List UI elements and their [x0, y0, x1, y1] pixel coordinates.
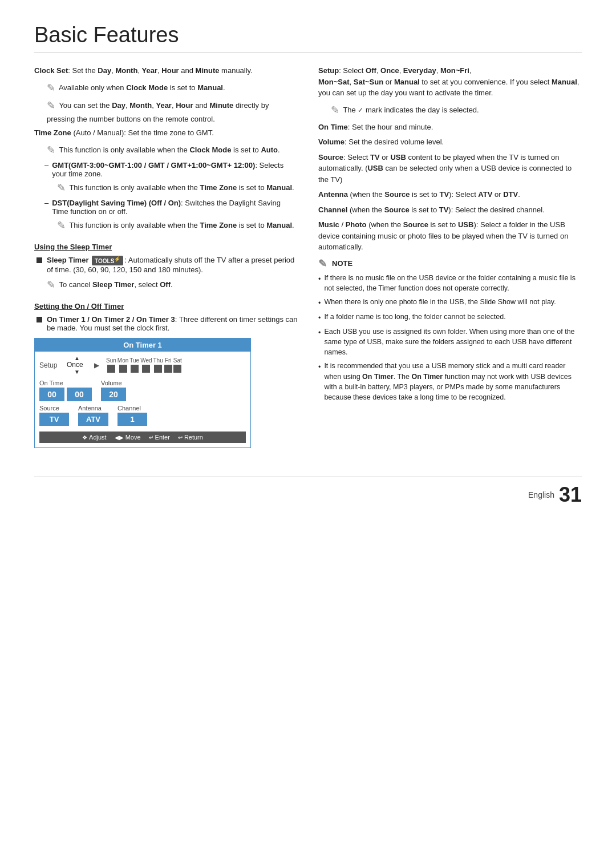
day-grid: Sun Mon Tue [106, 357, 182, 373]
enter-icon: ↵ [149, 434, 153, 441]
bullet-icon-4: • [318, 328, 321, 357]
day-check-sun [107, 365, 115, 373]
note-pencil-icon-3: ✎ [47, 143, 55, 158]
nav-return-label: Return [184, 434, 203, 441]
adjust-icon: ❖ [82, 434, 87, 441]
note-pencil-icon: ✎ [47, 80, 55, 96]
nav-adjust: ❖ Adjust [82, 434, 107, 441]
move-icon: ◀▶ [115, 434, 124, 441]
timer-nav-bar: ❖ Adjust ◀▶ Move ↵ Enter ↩ Return [39, 432, 246, 443]
timer-ontime-label: On Time [39, 380, 92, 386]
day-check-fri [164, 365, 172, 373]
day-fri: Fri [164, 357, 172, 373]
timer-source-label: Source [39, 405, 69, 412]
setup-para: Setup: Select Off, Once, Everyday, Mon~F… [318, 65, 582, 99]
timer-source-row: Source TV Antenna ATV Channel 1 [39, 405, 246, 426]
left-column: Clock Set: Set the Day, Month, Year, Hou… [34, 65, 298, 454]
timer-antenna-label: Antenna [78, 405, 108, 412]
note-item-3: • If a folder name is too long, the fold… [318, 312, 582, 323]
tools-badge: TOOLS⚡ [92, 256, 123, 265]
timer-volume-group: Volume 20 [101, 380, 126, 401]
nav-return: ↩ Return [178, 434, 203, 441]
note-item-5: • It is recommended that you use a USB m… [318, 361, 582, 402]
gmt-dash-block: – GMT(GMT-3:00~GMT-1:00 / GMT / GMT+1:00… [34, 161, 298, 233]
timer-antenna-group: Antenna ATV [78, 405, 108, 426]
antenna-para: Antenna (when the Source is set to TV): … [318, 189, 582, 200]
timer-hour-val[interactable]: 00 [39, 388, 64, 401]
gmt-dash-item: – GMT(GMT-3:00~GMT-1:00 / GMT / GMT+1:00… [44, 161, 298, 178]
day-sat: Sat [173, 357, 182, 373]
bullet-icon-5: • [318, 362, 321, 402]
timer-channel-label: Channel [117, 405, 147, 412]
timer-ontime-values: 00 00 [39, 388, 92, 401]
timer-channel-val[interactable]: 1 [117, 413, 147, 426]
bullet-icon-1: • [318, 274, 321, 293]
right-arrow-icon: ▶ [94, 361, 99, 369]
clock-set-notes: ✎ Available only when Clock Mode is set … [34, 80, 298, 125]
day-sun: Sun [106, 357, 116, 373]
timer-vol-val[interactable]: 20 [101, 388, 126, 401]
day-wed: Wed [140, 357, 152, 373]
timer-min-val[interactable]: 00 [67, 388, 92, 401]
checkmark-icon: ✓ [358, 106, 363, 114]
volume-para: Volume: Set the desired volume level. [318, 136, 582, 148]
clock-set-label: Clock Set [34, 66, 68, 75]
timer-setup-col: ▲ Once ▼ ▶ Sun Mon [67, 355, 182, 375]
nav-enter-label: Enter [155, 434, 170, 441]
note-heading-label: NOTE [332, 259, 352, 268]
timer-antenna-val[interactable]: ATV [78, 413, 108, 426]
timer-source-group: Source TV [39, 405, 69, 426]
footer-page-number: 31 [559, 483, 582, 507]
once-label: Once [67, 361, 87, 369]
nav-move: ◀▶ Move [115, 434, 141, 441]
down-arrow-icon[interactable]: ▼ [74, 369, 80, 375]
day-check-sat [173, 365, 181, 373]
timer-source-val[interactable]: TV [39, 413, 69, 426]
square-bullet-icon-2 [37, 317, 42, 322]
day-tue: Tue [129, 357, 139, 373]
timer-dialog: On Timer 1 Setup ▲ Once ▼ ▶ Su [34, 338, 251, 448]
bullet-icon-2: • [318, 298, 321, 308]
day-check-thu [154, 365, 162, 373]
note-pencil-icon-7: ✎ [331, 103, 339, 118]
return-icon: ↩ [178, 434, 183, 441]
timer-volume-label: Volume [101, 380, 126, 386]
day-thu: Thu [153, 357, 163, 373]
sleep-timer-heading: Using the Sleep Timer [34, 241, 298, 253]
square-bullet-icon [37, 257, 42, 263]
timer-dialog-title: On Timer 1 [35, 338, 250, 352]
note-item-4: • Each USB you use is assigned its own f… [318, 326, 582, 357]
note-pencil-icon-6: ✎ [47, 277, 55, 293]
day-check-wed [142, 365, 150, 373]
source-para: Source: Select TV or USB content to be p… [318, 152, 582, 186]
timer-channel-group: Channel 1 [117, 405, 147, 426]
music-para: Music / Photo (when the Source is set to… [318, 219, 582, 253]
timer-fields-row: On Time 00 00 Volume 20 [39, 380, 246, 401]
note-pencil-icon-4: ✎ [57, 180, 66, 196]
note-section: ✎ NOTE • If there is no music file on th… [318, 257, 582, 402]
note-pencil-icon-5: ✎ [57, 218, 66, 233]
bullet-icon-3: • [318, 313, 321, 323]
timer-ontime-group: On Time 00 00 [39, 380, 92, 401]
timer-setup-row: Setup ▲ Once ▼ ▶ Sun [39, 355, 246, 375]
note-item-1: • If there is no music file on the USB d… [318, 273, 582, 293]
page-title: Basic Features [34, 23, 582, 53]
nav-adjust-label: Adjust [89, 434, 107, 441]
channel-para: Channel (when the Source is set to TV): … [318, 204, 582, 216]
ontimer-heading: Setting the On / Off Timer [34, 301, 298, 312]
note-pencil-icon-8: ✎ [318, 257, 327, 270]
footer-language: English [528, 490, 554, 499]
note-header: ✎ NOTE [318, 257, 582, 270]
sleep-timer-bullet: Sleep Timer TOOLS⚡: Automatically shuts … [34, 256, 298, 274]
dst-dash-item: – DST(Daylight Saving Time) (Off / On): … [44, 199, 298, 216]
timer-up-down[interactable]: ▲ Once ▼ [67, 355, 87, 375]
nav-move-label: Move [125, 434, 141, 441]
ontimer-bullet: On Timer 1 / On Timer 2 / On Timer 3: Th… [34, 315, 298, 332]
note-list: • If there is no music file on the USB d… [318, 273, 582, 402]
nav-enter: ↵ Enter [149, 434, 170, 441]
time-zone-notes: ✎ This function is only available when t… [34, 143, 298, 158]
clock-set-para: Clock Set: Set the Day, Month, Year, Hou… [34, 65, 298, 76]
day-check-mon [119, 365, 127, 373]
day-check-tue [131, 365, 139, 373]
right-column: Setup: Select Off, Once, Everyday, Mon~F… [318, 65, 582, 454]
